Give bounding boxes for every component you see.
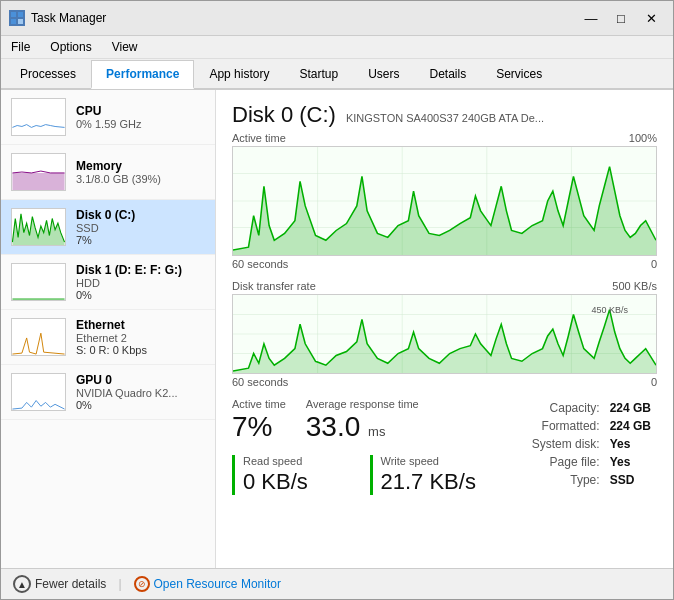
sidebar-item-gpu0[interactable]: GPU 0 NVIDIA Quadro K2... 0% <box>1 365 215 420</box>
stats-left: Active time 7% Average response time 33.… <box>232 398 487 495</box>
tab-performance[interactable]: Performance <box>91 60 194 89</box>
title-bar-controls: — □ ✕ <box>577 7 665 29</box>
cpu-info: CPU 0% 1.59 GHz <box>76 104 205 130</box>
page-file-value: Yes <box>606 454 655 470</box>
system-disk-value: Yes <box>606 436 655 452</box>
active-time-value: 7% <box>232 412 286 443</box>
info-row-formatted: Formatted: 224 GB <box>528 418 655 434</box>
stats-row1: Active time 7% Average response time 33.… <box>232 398 487 443</box>
active-time-chart <box>232 146 657 256</box>
title-bar: Task Manager — □ ✕ <box>1 1 673 36</box>
tab-details[interactable]: Details <box>414 60 481 89</box>
type-value: SSD <box>606 472 655 488</box>
formatted-label: Formatted: <box>528 418 604 434</box>
peak-label: 450 KB/s <box>591 305 628 315</box>
chart1-time-row: 60 seconds 0 <box>232 258 657 270</box>
read-speed-label: Read speed <box>243 455 350 467</box>
disk0-info: Disk 0 (C:) SSD 7% <box>76 208 205 246</box>
sidebar-item-memory[interactable]: Memory 3.1/8.0 GB (39%) <box>1 145 215 200</box>
write-speed-block: Write speed 21.7 KB/s <box>370 455 488 495</box>
chart2-max: 500 KB/s <box>612 280 657 292</box>
fewer-details-button[interactable]: ▲ Fewer details <box>13 575 106 593</box>
gpu0-val: 0% <box>76 399 205 411</box>
formatted-value: 224 GB <box>606 418 655 434</box>
info-table: Capacity: 224 GB Formatted: 224 GB Syste… <box>526 398 657 490</box>
menu-options[interactable]: Options <box>44 38 97 56</box>
avg-response-stat: Average response time 33.0 ms <box>306 398 419 443</box>
sidebar-item-cpu[interactable]: CPU 0% 1.59 GHz <box>1 90 215 145</box>
svg-marker-4 <box>12 173 64 190</box>
disk1-val: 0% <box>76 289 205 301</box>
write-speed-label: Write speed <box>381 455 488 467</box>
task-manager-window: Task Manager — □ ✕ File Options View Pro… <box>0 0 674 600</box>
chart1-time-left: 60 seconds <box>232 258 288 270</box>
memory-mini-graph <box>11 153 66 191</box>
chart2-time-left: 60 seconds <box>232 376 288 388</box>
gpu0-mini-graph <box>11 373 66 411</box>
menu-bar: File Options View <box>1 36 673 59</box>
open-resource-icon: ⊘ <box>134 576 150 592</box>
tab-processes[interactable]: Processes <box>5 60 91 89</box>
chart1-label: Active time <box>232 132 286 144</box>
ethernet-name: Ethernet <box>76 318 205 332</box>
chart2-time-right: 0 <box>651 376 657 388</box>
chart1-max: 100% <box>629 132 657 144</box>
disk-title: Disk 0 (C:) <box>232 102 336 128</box>
active-time-stat: Active time 7% <box>232 398 286 443</box>
type-label: Type: <box>528 472 604 488</box>
disk0-sub: SSD <box>76 222 205 234</box>
menu-file[interactable]: File <box>5 38 36 56</box>
svg-rect-1 <box>18 12 23 17</box>
sidebar: CPU 0% 1.59 GHz Memory 3.1/8.0 GB (39%) <box>1 90 216 568</box>
maximize-button[interactable]: □ <box>607 7 635 29</box>
memory-name: Memory <box>76 159 205 173</box>
disk0-val: 7% <box>76 234 205 246</box>
active-time-label: Active time <box>232 398 286 410</box>
cpu-mini-graph <box>11 98 66 136</box>
main-panel: Disk 0 (C:) KINGSTON SA400S37 240GB ATA … <box>216 90 673 568</box>
transfer-rate-chart: 450 KB/s <box>232 294 657 374</box>
gpu0-name: GPU 0 <box>76 373 205 387</box>
speed-row: Read speed 0 KB/s Write speed 21.7 KB/s <box>232 455 487 495</box>
cpu-name: CPU <box>76 104 205 118</box>
title-bar-left: Task Manager <box>9 10 106 26</box>
system-disk-label: System disk: <box>528 436 604 452</box>
tab-app-history[interactable]: App history <box>194 60 284 89</box>
sidebar-item-disk0[interactable]: Disk 0 (C:) SSD 7% <box>1 200 215 255</box>
sidebar-item-ethernet[interactable]: Ethernet Ethernet 2 S: 0 R: 0 Kbps <box>1 310 215 365</box>
open-resource-monitor-button[interactable]: ⊘ Open Resource Monitor <box>134 576 281 592</box>
close-button[interactable]: ✕ <box>637 7 665 29</box>
disk0-name: Disk 0 (C:) <box>76 208 205 222</box>
fewer-details-label: Fewer details <box>35 577 106 591</box>
avg-response-value: 33.0 ms <box>306 412 419 443</box>
chart2-label: Disk transfer rate <box>232 280 316 292</box>
info-row-system-disk: System disk: Yes <box>528 436 655 452</box>
disk1-sub: HDD <box>76 277 205 289</box>
open-resource-label: Open Resource Monitor <box>154 577 281 591</box>
tab-users[interactable]: Users <box>353 60 414 89</box>
bottom-bar: ▲ Fewer details | ⊘ Open Resource Monito… <box>1 568 673 599</box>
ethernet-info: Ethernet Ethernet 2 S: 0 R: 0 Kbps <box>76 318 205 356</box>
disk0-mini-graph <box>11 208 66 246</box>
ethernet-sub: Ethernet 2 <box>76 332 205 344</box>
fewer-details-icon: ▲ <box>13 575 31 593</box>
disk-title-row: Disk 0 (C:) KINGSTON SA400S37 240GB ATA … <box>232 102 657 128</box>
chart1-label-row: Active time 100% <box>232 132 657 144</box>
tab-services[interactable]: Services <box>481 60 557 89</box>
memory-info: Memory 3.1/8.0 GB (39%) <box>76 159 205 185</box>
minimize-button[interactable]: — <box>577 7 605 29</box>
disk1-name: Disk 1 (D: E: F: G:) <box>76 263 205 277</box>
info-row-type: Type: SSD <box>528 472 655 488</box>
tab-startup[interactable]: Startup <box>284 60 353 89</box>
menu-view[interactable]: View <box>106 38 144 56</box>
ethernet-val: S: 0 R: 0 Kbps <box>76 344 205 356</box>
memory-sub: 3.1/8.0 GB (39%) <box>76 173 205 185</box>
page-file-label: Page file: <box>528 454 604 470</box>
chart1-time-right: 0 <box>651 258 657 270</box>
svg-rect-0 <box>11 12 16 17</box>
disk1-mini-graph <box>11 263 66 301</box>
bottom-separator: | <box>118 577 121 591</box>
sidebar-item-disk1[interactable]: Disk 1 (D: E: F: G:) HDD 0% <box>1 255 215 310</box>
capacity-label: Capacity: <box>528 400 604 416</box>
info-row-capacity: Capacity: 224 GB <box>528 400 655 416</box>
